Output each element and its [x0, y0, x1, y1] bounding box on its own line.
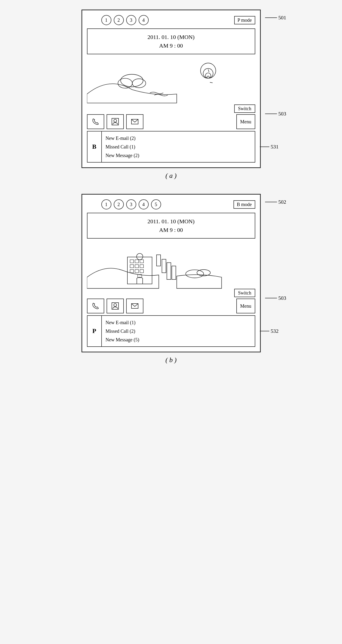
datetime-box-fig-b: 2011. 01. 10 (MON)AM 9 : 00: [87, 213, 255, 238]
svg-rect-13: [135, 265, 138, 268]
svg-rect-20: [156, 255, 160, 266]
email-icon-box-fig-a[interactable]: [126, 114, 144, 129]
svg-point-24: [186, 270, 204, 278]
notif-ref-label-fig-b: 532: [260, 328, 279, 334]
svg-point-2: [132, 79, 146, 88]
notif-line: New E-mail (2): [106, 134, 139, 142]
svg-rect-11: [140, 260, 144, 263]
contact-icon-box-fig-a[interactable]: [106, 114, 124, 129]
menu-button-fig-b[interactable]: Menu: [236, 298, 255, 314]
notif-letter-fig-a: B: [88, 132, 102, 162]
datetime-box-fig-a: 2011. 01. 10 (MON)AM 9 : 00: [87, 28, 255, 54]
svg-rect-23: [172, 266, 176, 280]
notif-line: Missed Call (1): [106, 142, 139, 151]
notif-line: New Message (2): [106, 151, 139, 160]
mode-button-fig-b[interactable]: B mode: [234, 200, 255, 209]
svg-rect-17: [140, 270, 144, 273]
notif-ref-label-fig-a: 531: [260, 144, 279, 150]
svg-rect-22: [167, 263, 171, 280]
circle-3: 3: [126, 15, 136, 25]
circle-5: 5: [151, 199, 161, 210]
circles-group-fig-b: 12345: [101, 199, 161, 210]
switch-button-fig-a[interactable]: Switch: [234, 104, 255, 113]
mode-button-fig-a[interactable]: P mode: [234, 16, 255, 24]
figure-fig-b: 12345B mode5022011. 01. 10 (MON)AM 9 : 0…: [82, 194, 261, 364]
svg-rect-14: [140, 265, 144, 268]
figure-label-fig-b: ( b ): [166, 356, 176, 364]
switch-row-fig-b: Switch: [87, 289, 255, 297]
circle-1: 1: [101, 15, 111, 25]
main-container: 1234P mode5012011. 01. 10 (MON)AM 9 : 00…: [5, 10, 337, 364]
notif-box-fig-a: BNew E-mail (2)Missed Call (1)New Messag…: [87, 131, 255, 162]
circle-1: 1: [101, 199, 111, 210]
svg-point-1: [118, 78, 132, 88]
circles-group-fig-a: 1234: [101, 15, 149, 25]
switch-button-fig-b[interactable]: Switch: [234, 289, 255, 297]
svg-point-6: [114, 119, 117, 122]
scene-area-fig-b: [87, 241, 255, 289]
screen-frame-fig-a: 1234P mode5012011. 01. 10 (MON)AM 9 : 00…: [82, 10, 261, 168]
scene-area-fig-a: [87, 57, 255, 104]
notif-line: New Message (5): [106, 336, 139, 344]
notif-lines-fig-b: New E-mail (1)Missed Call (2)New Message…: [102, 316, 143, 346]
phone-icon-box-fig-b[interactable]: [87, 298, 104, 314]
svg-rect-15: [130, 270, 134, 273]
svg-point-19: [136, 254, 143, 260]
svg-line-3: [208, 69, 209, 72]
notif-lines-fig-a: New E-mail (2)Missed Call (1)New Message…: [102, 132, 143, 162]
menu-button-fig-a[interactable]: Menu: [236, 114, 255, 129]
switch-ref-wrapper-fig-b: 503: [265, 295, 286, 301]
svg-rect-9: [130, 260, 134, 263]
circle-4: 4: [138, 15, 149, 25]
notif-line: Missed Call (2): [106, 327, 139, 336]
figure-fig-a: 1234P mode5012011. 01. 10 (MON)AM 9 : 00…: [82, 10, 261, 180]
email-icon-box-fig-b[interactable]: [126, 298, 144, 314]
circle-2: 2: [114, 199, 124, 210]
switch-row-fig-a: Switch: [87, 104, 255, 113]
notif-line: New E-mail (1): [106, 318, 139, 327]
svg-rect-16: [135, 270, 138, 273]
switch-ref-wrapper-fig-a: 503: [265, 111, 286, 117]
notif-box-fig-b: PNew E-mail (1)Missed Call (2)New Messag…: [87, 315, 255, 347]
top-row-fig-b: 12345B mode: [87, 199, 255, 210]
screen-frame-fig-b: 12345B mode5022011. 01. 10 (MON)AM 9 : 0…: [82, 194, 261, 352]
figure-label-fig-a: ( a ): [166, 172, 176, 180]
icon-row-fig-a: Menu: [87, 114, 255, 129]
notif-letter-fig-b: P: [88, 316, 102, 346]
top-row-fig-a: 1234P mode: [87, 15, 255, 25]
circle-4: 4: [138, 199, 149, 210]
svg-rect-21: [162, 259, 166, 273]
mode-ref-label-fig-b: 502: [265, 199, 286, 205]
svg-rect-10: [135, 260, 138, 263]
icon-row-fig-b: Menu: [87, 298, 255, 314]
svg-rect-12: [130, 265, 134, 268]
svg-point-27: [114, 304, 117, 306]
contact-icon-box-fig-b[interactable]: [106, 298, 124, 314]
mode-ref-label-fig-a: 501: [265, 14, 286, 21]
svg-rect-8: [127, 257, 152, 284]
circle-2: 2: [114, 15, 124, 25]
phone-icon-box-fig-a[interactable]: [87, 114, 104, 129]
svg-line-4: [210, 82, 212, 83]
circle-3: 3: [126, 199, 136, 210]
